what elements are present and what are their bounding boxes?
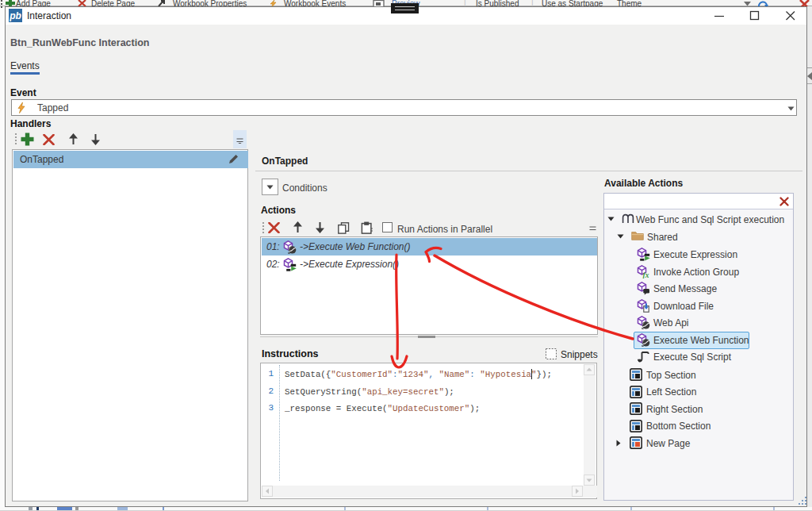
svg-text:pb: pb [9,10,21,21]
